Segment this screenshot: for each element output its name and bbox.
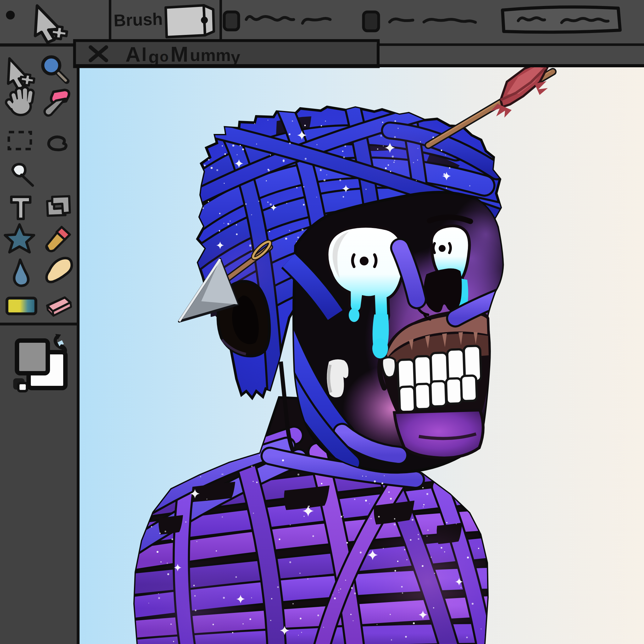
svg-text:AlgoMummy: AlgoMummy	[125, 42, 240, 67]
svg-text:Brush: Brush	[113, 9, 163, 30]
